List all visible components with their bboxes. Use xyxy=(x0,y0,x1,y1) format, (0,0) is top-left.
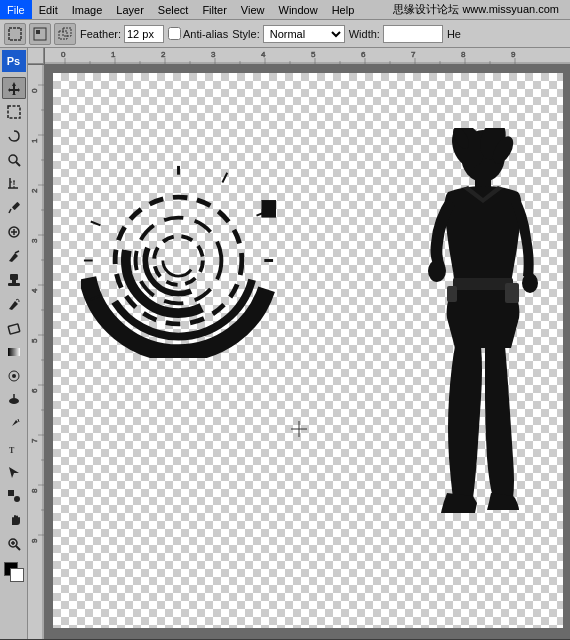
svg-text:4: 4 xyxy=(30,288,39,293)
ps-logo: Ps xyxy=(2,50,26,72)
svg-line-14 xyxy=(9,209,11,213)
menu-select[interactable]: Select xyxy=(151,0,196,19)
menu-layer[interactable]: Layer xyxy=(109,0,151,19)
blur-tool[interactable] xyxy=(2,365,26,387)
svg-rect-124 xyxy=(505,283,519,303)
eraser-tool[interactable] xyxy=(2,317,26,339)
svg-text:8: 8 xyxy=(461,50,466,59)
svg-rect-13 xyxy=(11,202,19,210)
circular-design xyxy=(81,163,276,358)
eyedropper-tool[interactable] xyxy=(2,197,26,219)
antialias-checkbox[interactable] xyxy=(168,27,181,40)
menu-file[interactable]: File xyxy=(0,0,32,19)
svg-text:2: 2 xyxy=(161,50,166,59)
svg-rect-19 xyxy=(10,274,18,280)
character-figure xyxy=(423,128,543,513)
path-select-tool[interactable] xyxy=(2,461,26,483)
svg-line-8 xyxy=(16,162,20,166)
svg-text:T: T xyxy=(9,446,15,455)
main-area: Ps xyxy=(0,48,570,639)
color-swatches[interactable] xyxy=(2,560,26,582)
shape-tool[interactable] xyxy=(2,485,26,507)
width-label: Width: xyxy=(349,28,380,40)
svg-rect-125 xyxy=(447,286,457,302)
feather-group: Feather: xyxy=(80,25,164,43)
feather-input[interactable] xyxy=(124,25,164,43)
canvas-area[interactable]: 0 1 2 3 4 5 6 7 8 9 xyxy=(28,48,570,639)
brush-tool[interactable] xyxy=(2,245,26,267)
zoom-tool[interactable] xyxy=(2,533,26,555)
height-label: He xyxy=(447,28,461,40)
svg-point-25 xyxy=(12,374,16,378)
svg-line-113 xyxy=(91,222,101,226)
svg-text:9: 9 xyxy=(511,50,516,59)
svg-rect-23 xyxy=(8,348,20,356)
move-tool[interactable] xyxy=(2,77,26,99)
stamp-tool[interactable] xyxy=(2,269,26,291)
antialias-group: Anti-alias xyxy=(168,27,228,40)
svg-text:3: 3 xyxy=(30,238,39,243)
svg-text:9: 9 xyxy=(30,538,39,543)
ruler-horizontal: 0 1 2 3 4 5 6 7 8 9 xyxy=(45,48,570,64)
svg-point-101 xyxy=(126,208,231,313)
svg-point-7 xyxy=(9,155,17,163)
options-toolbar: Feather: Anti-alias Style: Normal Fixed … xyxy=(0,20,570,48)
menu-image[interactable]: Image xyxy=(65,0,110,19)
quick-select-tool[interactable] xyxy=(2,149,26,171)
svg-text:5: 5 xyxy=(311,50,316,59)
rect-marquee-icon[interactable] xyxy=(4,23,26,45)
menu-help[interactable]: Help xyxy=(325,0,362,19)
menu-filter[interactable]: Filter xyxy=(195,0,233,19)
toolbox: Ps xyxy=(0,48,28,639)
svg-text:2: 2 xyxy=(30,188,39,193)
feather-label: Feather: xyxy=(80,28,121,40)
svg-point-123 xyxy=(522,273,538,293)
ruler-corner xyxy=(28,48,44,64)
svg-rect-20 xyxy=(8,283,20,286)
svg-rect-6 xyxy=(8,106,20,118)
svg-marker-5 xyxy=(8,82,20,95)
ruler-vertical: 0 1 2 3 4 5 6 7 8 9 xyxy=(28,65,44,639)
svg-text:0: 0 xyxy=(30,88,39,93)
text-tool[interactable]: T xyxy=(2,437,26,459)
add-marquee-icon[interactable] xyxy=(54,23,76,45)
hand-tool[interactable] xyxy=(2,509,26,531)
svg-rect-21 xyxy=(12,280,16,283)
crosshair-cursor xyxy=(291,421,307,440)
pen-tool[interactable] xyxy=(2,413,26,435)
svg-rect-0 xyxy=(9,28,21,40)
svg-text:6: 6 xyxy=(30,388,39,393)
feathered-marquee-icon[interactable] xyxy=(29,23,51,45)
svg-point-105 xyxy=(163,245,194,276)
menu-window[interactable]: Window xyxy=(272,0,325,19)
menu-edit[interactable]: Edit xyxy=(32,0,65,19)
lasso-tool[interactable] xyxy=(2,125,26,147)
background-color[interactable] xyxy=(10,568,24,582)
dodge-tool[interactable] xyxy=(2,389,26,411)
canvas-wrapper[interactable] xyxy=(45,65,570,639)
menu-view[interactable]: View xyxy=(234,0,272,19)
style-label: Style: xyxy=(232,28,260,40)
history-brush-tool[interactable] xyxy=(2,293,26,315)
svg-point-122 xyxy=(428,260,446,282)
menu-bar: File Edit Image Layer Select Filter View… xyxy=(0,0,570,20)
svg-rect-30 xyxy=(8,490,14,496)
svg-text:7: 7 xyxy=(30,438,39,443)
svg-text:3: 3 xyxy=(211,50,216,59)
svg-line-111 xyxy=(222,173,227,183)
width-input[interactable] xyxy=(383,25,443,43)
watermark: 思缘设计论坛 www.missyuan.com xyxy=(386,0,566,19)
svg-rect-121 xyxy=(453,278,513,290)
gradient-tool[interactable] xyxy=(2,341,26,363)
svg-text:1: 1 xyxy=(30,138,39,143)
style-select[interactable]: Normal Fixed Ratio Fixed Size xyxy=(263,25,345,43)
svg-text:1: 1 xyxy=(111,50,116,59)
svg-point-26 xyxy=(9,398,19,404)
height-group: He xyxy=(447,28,461,40)
canvas[interactable] xyxy=(53,73,563,628)
antialias-label[interactable]: Anti-alias xyxy=(168,27,228,40)
svg-text:4: 4 xyxy=(261,50,266,59)
healing-tool[interactable] xyxy=(2,221,26,243)
crop-tool[interactable] xyxy=(2,173,26,195)
marquee-tool[interactable] xyxy=(2,101,26,123)
